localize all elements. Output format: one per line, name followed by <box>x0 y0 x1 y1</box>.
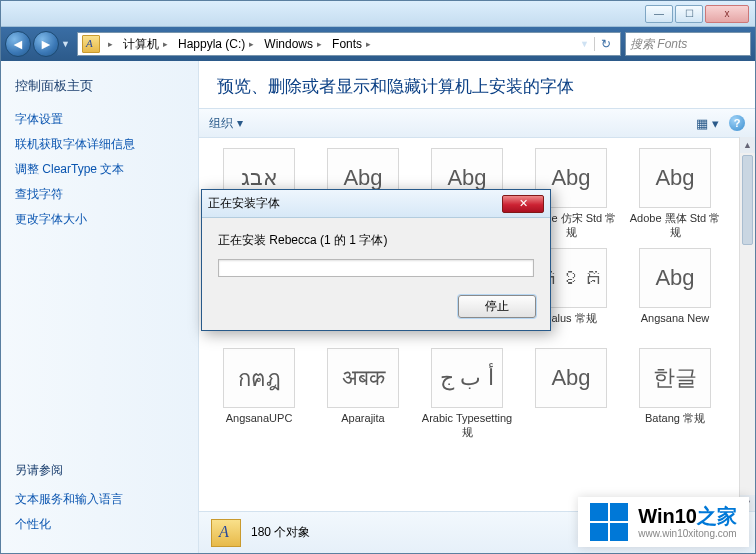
help-icon[interactable]: ? <box>729 115 745 131</box>
watermark-brand: Win10 <box>638 505 697 527</box>
font-label: Arabic Typesetting 规 <box>421 412 513 440</box>
breadcrumb[interactable]: Windows▸ <box>260 37 326 51</box>
sidebar-link-text-services[interactable]: 文本服务和输入语言 <box>15 491 184 508</box>
install-font-dialog: 正在安装字体 ✕ 正在安装 Rebecca (1 的 1 字体) 停止 <box>201 189 551 331</box>
dialog-close-button[interactable]: ✕ <box>502 195 544 213</box>
font-label: Aparajita <box>341 412 384 440</box>
sidebar-link-font-size[interactable]: 更改字体大小 <box>15 211 184 228</box>
sidebar-title: 控制面板主页 <box>15 77 184 95</box>
scroll-up-button[interactable]: ▲ <box>740 137 755 153</box>
toolbar: 组织 ▾ ▦ ▾ ? <box>199 108 755 138</box>
back-button[interactable]: ◄ <box>5 31 31 57</box>
close-button[interactable]: x <box>705 5 749 23</box>
search-placeholder: 搜索 Fonts <box>630 36 687 53</box>
address-dropdown-icon[interactable]: ▼ <box>580 39 592 49</box>
dialog-titlebar: 正在安装字体 ✕ <box>202 190 550 218</box>
page-title: 预览、删除或者显示和隐藏计算机上安装的字体 <box>199 61 755 108</box>
status-text: 180 个对象 <box>251 524 310 541</box>
watermark-suffix: 之家 <box>697 505 737 527</box>
breadcrumb[interactable]: 计算机▸ <box>119 36 172 53</box>
font-item[interactable]: กฅฎAngsanaUPC <box>213 348 305 440</box>
font-thumbnail: กฅฎ <box>223 348 295 408</box>
font-item[interactable]: AbgAdobe 黑体 Std 常规 <box>629 148 721 240</box>
site-watermark: Win10之家 www.win10xitong.com <box>578 497 749 547</box>
sidebar: 控制面板主页 字体设置 联机获取字体详细信息 调整 ClearType 文本 查… <box>1 61 199 553</box>
minimize-button[interactable]: — <box>645 5 673 23</box>
maximize-button[interactable]: ☐ <box>675 5 703 23</box>
font-item[interactable]: أ ب جArabic Typesetting 规 <box>421 348 513 440</box>
folder-fonts-icon <box>82 35 100 53</box>
progress-bar <box>218 259 534 277</box>
font-thumbnail: Abg <box>639 248 711 308</box>
refresh-button[interactable]: ↻ <box>594 37 616 51</box>
history-dropdown-icon[interactable]: ▼ <box>61 39 73 49</box>
view-options-icon[interactable]: ▦ ▾ <box>696 116 719 131</box>
font-label: AngsanaUPC <box>226 412 293 440</box>
organize-button[interactable]: 组织 <box>209 115 233 132</box>
font-thumbnail: 한글 <box>639 348 711 408</box>
font-label: Batang 常规 <box>645 412 705 440</box>
breadcrumb[interactable]: Fonts▸ <box>328 37 375 51</box>
sidebar-link-online-fonts[interactable]: 联机获取字体详细信息 <box>15 136 184 153</box>
font-item[interactable]: AbgAngsana New <box>629 248 721 340</box>
sidebar-link-cleartype[interactable]: 调整 ClearType 文本 <box>15 161 184 178</box>
font-thumbnail: अबक <box>327 348 399 408</box>
folder-fonts-icon <box>211 519 241 547</box>
sidebar-link-find-char[interactable]: 查找字符 <box>15 186 184 203</box>
window-titlebar: — ☐ x <box>1 1 755 27</box>
stop-button[interactable]: 停止 <box>458 295 536 318</box>
vertical-scrollbar[interactable]: ▲ ▼ <box>739 137 755 511</box>
scroll-thumb[interactable] <box>742 155 753 245</box>
search-input[interactable]: 搜索 Fonts <box>625 32 751 56</box>
dialog-message: 正在安装 Rebecca (1 的 1 字体) <box>218 232 534 249</box>
font-label: Adobe 黑体 Std 常规 <box>629 212 721 240</box>
font-thumbnail: أ ب ج <box>431 348 503 408</box>
watermark-url: www.win10xitong.com <box>638 528 737 540</box>
font-thumbnail: Abg <box>535 348 607 408</box>
windows-logo-icon <box>590 503 628 541</box>
dialog-title: 正在安装字体 <box>208 195 280 212</box>
font-item[interactable]: Abg <box>525 348 617 440</box>
forward-button[interactable]: ► <box>33 31 59 57</box>
navigation-bar: ◄ ► ▼ ▸ 计算机▸ Happyla (C:)▸ Windows▸ Font… <box>1 27 755 61</box>
font-item[interactable]: अबकAparajita <box>317 348 409 440</box>
sidebar-link-font-settings[interactable]: 字体设置 <box>15 111 184 128</box>
font-label: dalus 常规 <box>545 312 596 340</box>
address-bar[interactable]: ▸ 计算机▸ Happyla (C:)▸ Windows▸ Fonts▸ ▼ ↻ <box>77 32 621 56</box>
chevron-down-icon[interactable]: ▾ <box>237 116 243 130</box>
breadcrumb[interactable]: Happyla (C:)▸ <box>174 37 258 51</box>
sidebar-see-also-title: 另请参阅 <box>15 462 184 479</box>
sidebar-link-personalize[interactable]: 个性化 <box>15 516 184 533</box>
breadcrumb: ▸ <box>102 39 117 49</box>
font-thumbnail: Abg <box>639 148 711 208</box>
font-label: Angsana New <box>641 312 710 340</box>
font-item[interactable]: 한글Batang 常规 <box>629 348 721 440</box>
